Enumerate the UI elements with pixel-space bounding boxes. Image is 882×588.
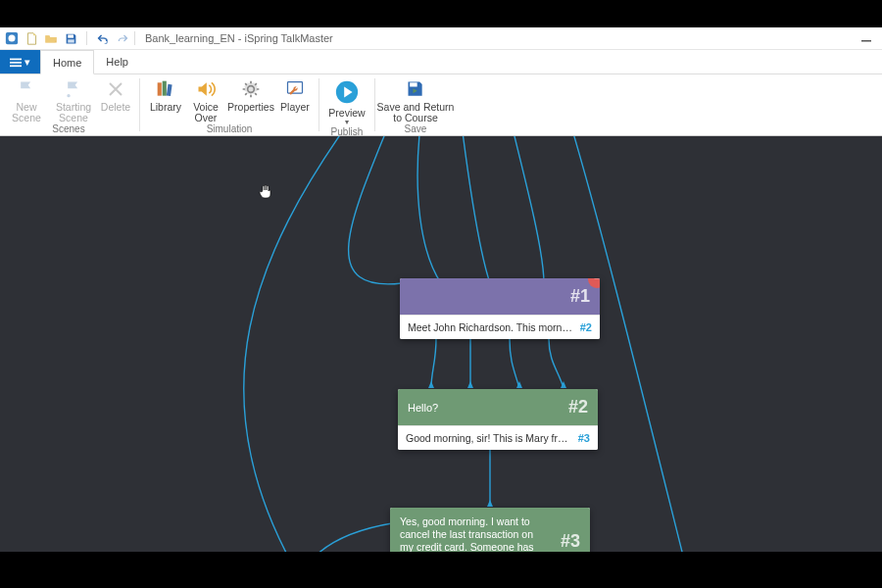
library-button[interactable]: Library [146, 76, 185, 113]
flag-start-icon [62, 78, 85, 100]
file-tab[interactable]: ▾ [0, 50, 40, 74]
node-number: #1 [570, 286, 590, 307]
svg-rect-11 [167, 84, 172, 96]
starting-scene-button[interactable]: Starting Scene [51, 76, 96, 123]
svg-rect-5 [10, 59, 22, 61]
group-label: Scenes [52, 123, 84, 134]
wrench-icon [283, 78, 307, 100]
group-label: Save [405, 123, 427, 134]
svg-rect-7 [10, 65, 22, 67]
node-number: #2 [568, 397, 588, 417]
properties-button[interactable]: Properties [226, 76, 275, 113]
ribbon-tabs: ▾ Home Help [0, 50, 882, 74]
group-publish: Preview ▾ Publish [321, 74, 372, 135]
reply-row[interactable]: Good morning, sir! This is Mary from cu.… [398, 425, 598, 450]
flag-icon [15, 78, 38, 100]
tab-home[interactable]: Home [40, 50, 94, 74]
hand-cursor-icon [258, 183, 273, 199]
redo-icon[interactable] [115, 30, 130, 46]
node-header: #1 [400, 278, 600, 315]
undo-icon[interactable] [95, 30, 111, 46]
gear-icon [239, 78, 263, 100]
speaker-icon [194, 78, 218, 100]
node-number: #3 [561, 530, 580, 552]
open-folder-icon[interactable] [43, 30, 59, 46]
scene-node-3[interactable]: Yes, good morning. I want to cancel the … [390, 508, 590, 552]
play-icon [333, 78, 361, 106]
voice-over-button[interactable]: Voice Over [187, 76, 224, 123]
svg-point-8 [67, 94, 70, 97]
svg-rect-9 [158, 82, 162, 95]
delete-button[interactable]: Delete [98, 76, 133, 113]
svg-rect-4 [861, 40, 871, 42]
node-header: Yes, good morning. I want to cancel the … [390, 508, 590, 552]
svg-rect-2 [68, 34, 74, 37]
svg-rect-3 [68, 39, 74, 42]
node-header: Hello? #2 [398, 389, 598, 425]
group-label: Simulation [207, 123, 253, 134]
new-file-icon[interactable] [24, 30, 39, 46]
title-bar: Bank_learning_EN - iSpring TalkMaster [0, 27, 882, 50]
preview-button[interactable]: Preview ▾ [325, 76, 368, 126]
link-ref: #2 [580, 321, 592, 333]
new-scene-button[interactable]: New Scene [4, 76, 49, 123]
save-return-button[interactable]: Save and Return to Course [381, 76, 450, 123]
connection-wires [0, 136, 882, 552]
app-icon[interactable] [4, 30, 20, 46]
group-save: Save and Return to Course Save [377, 74, 454, 135]
scene-canvas[interactable]: #1 Meet John Richardson. This morning he… [0, 136, 882, 552]
save-icon[interactable] [63, 30, 78, 46]
books-icon [154, 78, 177, 100]
app-window: Bank_learning_EN - iSpring TalkMaster ▾ … [0, 27, 882, 549]
delete-icon [104, 78, 127, 100]
link-ref: #3 [578, 432, 590, 444]
scene-node-1[interactable]: #1 Meet John Richardson. This morning he… [400, 278, 600, 339]
group-scenes: New Scene Starting Scene Delete Scenes [0, 74, 137, 135]
svg-rect-10 [163, 81, 167, 96]
player-button[interactable]: Player [277, 76, 313, 113]
tab-help[interactable]: Help [94, 50, 141, 74]
group-simulation: Library Voice Over Properties Player Sim… [142, 74, 317, 135]
reply-row[interactable]: Meet John Richardson. This morning he...… [400, 315, 600, 339]
save-return-icon [404, 78, 427, 100]
quick-access-toolbar [24, 30, 130, 46]
svg-rect-6 [10, 62, 22, 64]
svg-rect-15 [410, 82, 417, 86]
window-title: Bank_learning_EN - iSpring TalkMaster [145, 32, 333, 44]
scene-node-2[interactable]: Hello? #2 Good morning, sir! This is Mar… [398, 389, 598, 450]
ribbon: New Scene Starting Scene Delete Scenes L… [0, 74, 882, 136]
minimize-button[interactable] [855, 29, 878, 47]
svg-point-1 [9, 35, 16, 42]
